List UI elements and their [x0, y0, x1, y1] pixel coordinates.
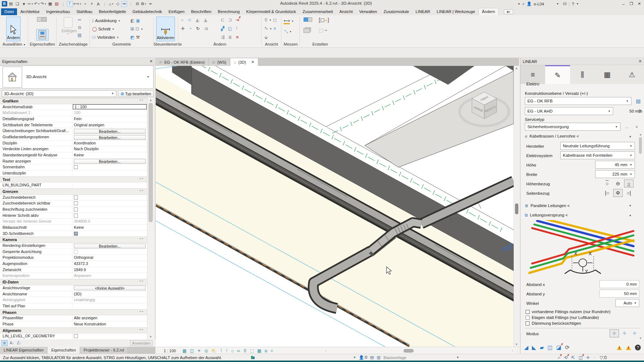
designoption-list-icon[interactable]: ▥ — [377, 355, 380, 360]
tag-icon[interactable]: ⌖ — [89, 1, 95, 7]
section-id-daten[interactable]: ID-Daten⌃⌃ — [0, 279, 147, 285]
activate-controls-button[interactable]: Aktivieren — [156, 17, 175, 41]
revit-logo[interactable]: R — [1, 1, 7, 7]
option-collapse-icon[interactable]: ▼ — [456, 356, 459, 359]
design-option[interactable]: Basisvorlage — [384, 355, 406, 360]
properties-close-icon[interactable]: ✕ — [150, 59, 153, 64]
reveal-hidden-icon[interactable]: ⬚ — [250, 348, 254, 353]
text-icon[interactable]: A — [95, 1, 101, 7]
ribbon-tab-ingenieurbau[interactable]: Ingenieurbau — [43, 8, 73, 15]
create-parts-icon[interactable]: ⬚⇢ — [319, 28, 327, 33]
section-grenzen[interactable]: Grenzen⌃⌃ — [0, 189, 147, 195]
seitenbezug-left-icon[interactable]: |○ — [602, 189, 612, 197]
ribbon-tab-k-rpermodell-grundst-ck[interactable]: Körpermodell & Grundstück — [243, 8, 299, 15]
ribbon-tab-einf-gen[interactable]: Einfügen — [165, 8, 188, 15]
ribbon-tab-betonfertigteile[interactable]: Betonfertigteile — [96, 8, 129, 15]
palette-tab-linear-eigenschaften[interactable]: LINEAR Eigenschaften — [0, 347, 47, 354]
lock-view-icon[interactable]: ⌂ — [231, 348, 234, 353]
palette-tab-eigenschaften[interactable]: Eigenschaften — [47, 347, 80, 354]
select-face-icon[interactable]: ◫ — [578, 355, 582, 360]
view-tab-close-icon[interactable]: ✕ — [251, 60, 254, 64]
worksharing-icon[interactable] — [251, 355, 255, 360]
user-dropdown-icon[interactable]: ▼ — [556, 3, 559, 5]
aligned-dim-icon[interactable]: ⌁ — [82, 1, 88, 7]
minimize-button[interactable]: – — [619, 2, 627, 6]
linear-tab-calculator-icon[interactable]: ▦ — [595, 65, 619, 84]
check-fittings[interactable]: vorhandene Fittings nutzen (nur Rundrohr… — [526, 309, 610, 314]
winkel-dropdown[interactable]: Auto▼ — [615, 299, 639, 307]
workset-list-icon[interactable]: ▤ — [370, 355, 374, 360]
select-underlay-icon[interactable]: ⟲ — [564, 355, 568, 360]
linear-help-icon[interactable]: ? — [635, 345, 641, 350]
cart-icon[interactable]: ⛁ — [563, 1, 566, 6]
crop-region-icon[interactable]: ⌗ — [271, 348, 273, 353]
pick-height-icon[interactable]: ⇳ — [635, 107, 644, 115]
visual-style-icon[interactable]: ◫ — [190, 348, 194, 353]
ribbon-tab-zusatzmodule[interactable]: Zusatzmodule — [380, 8, 412, 15]
ribbon-tab-stahlbau[interactable]: Stahlbau — [73, 8, 96, 15]
check-daemmung[interactable]: Dämmung berücksichtigen — [526, 321, 581, 326]
selector-dropdown-icon[interactable]: ▼ — [147, 75, 150, 79]
search-icon[interactable]: ⌕ — [522, 1, 524, 6]
hersteller-dropdown[interactable]: Neutrale Leitungsführung▼ — [560, 142, 635, 150]
sun-icon[interactable]: ☀ — [197, 348, 201, 353]
servicetype-more-button[interactable]: … — [623, 123, 631, 131]
level-bottom-dropdown[interactable]: EG - UK AHD▼ — [525, 107, 613, 115]
thin-lines-icon[interactable]: ≔ — [121, 1, 127, 7]
sort-default-icon[interactable]: ≣ — [1, 340, 8, 346]
copy-icon[interactable]: ⧉ — [78, 25, 81, 30]
select-link-icon[interactable]: ⌐ — [558, 355, 560, 360]
breite-dropdown[interactable]: 225 mm▼ — [595, 170, 635, 178]
switch-windows-icon[interactable]: ⧉▼ — [141, 1, 147, 7]
servicetype-dropdown[interactable]: Sicherheitsversorgung▼ — [525, 123, 620, 131]
section-allgemein[interactable]: Allgemein⌃⌃ — [0, 328, 147, 334]
paste-button[interactable]: Einfügen ▼ — [62, 17, 75, 39]
seitenbezug-right-icon[interactable]: ○| — [624, 189, 633, 197]
crop-off-icon[interactable]: ⊺ — [220, 348, 222, 353]
ribbon-tab-architektur[interactable]: Architektur — [17, 8, 43, 15]
modus-1-icon[interactable]: ⛗ — [610, 329, 619, 337]
hoehe-dropdown[interactable]: 45 mm▼ — [595, 161, 635, 169]
type-dropdown[interactable]: 3D-Ansicht: {3D}▼ — [2, 90, 116, 97]
create-assembly-icon[interactable] — [304, 28, 310, 33]
linear-scrollbar[interactable]: ▲ ▼ — [638, 133, 643, 340]
tool-tray-icon[interactable]: ▰ — [540, 344, 544, 351]
back-arrow-icon[interactable]: ◄ — [517, 2, 520, 5]
redo-icon[interactable]: ↷▼ — [41, 1, 46, 7]
detail-level-icon[interactable]: ▩ — [183, 348, 187, 353]
sort-za-icon[interactable]: Z↓ — [16, 340, 22, 346]
level-icon[interactable]: ▤ — [633, 97, 643, 105]
servicetype-collapse[interactable]: < — [633, 123, 640, 131]
crop-icon[interactable]: ⊺ — [226, 348, 228, 353]
section-versprung[interactable]: ⧉ Leitungsversprung < ▲ — [525, 211, 632, 219]
warning-error-icon[interactable]: ! — [626, 345, 631, 350]
close-hidden-icon[interactable]: ⊟ — [134, 1, 140, 7]
rendering-icon[interactable]: ⛅ — [212, 348, 217, 353]
ribbon-collapse-button[interactable]: ▣▾ — [504, 9, 513, 14]
ribbon-tab-zusammenarbeit[interactable]: Zusammenarbeit — [299, 8, 336, 15]
user-icon[interactable]: 👤 — [527, 1, 532, 6]
ribbon-tab-linear-werkzeuge[interactable]: LINEAR | Werkzeuge — [434, 8, 478, 15]
section-icon[interactable]: ◇ — [115, 1, 121, 7]
select-pinned-icon[interactable]: ⇱ — [571, 355, 575, 360]
view-tab-eg-ok-rfb-elektro-[interactable]: ▱EG - OK RFB (Elektro) — [156, 58, 209, 66]
ribbon-tab-verwalten[interactable]: Verwalten — [356, 8, 380, 15]
maximize-button[interactable]: ❐ — [627, 1, 635, 6]
section-grafiken[interactable]: Grafiken⌃⌃ — [0, 98, 147, 104]
view-horizontal-scrollbar[interactable]: ‹ › ⁚ — [325, 347, 519, 354]
create-group-icon[interactable] — [304, 17, 312, 22]
create-similar-icon[interactable]: [◻✦] — [319, 17, 329, 23]
seitenbezug-mid-icon[interactable]: Φ — [613, 189, 623, 197]
user-name[interactable]: e-L04 — [534, 2, 544, 6]
help-dropdown-icon[interactable]: ▼ — [576, 3, 579, 5]
glasses-icon[interactable]: ∞ — [237, 348, 240, 353]
pin-icon[interactable]: ⊺ — [67, 1, 73, 7]
properties-scrollbar[interactable]: ▲ ▼ — [147, 98, 154, 339]
close-button[interactable]: ✕ — [635, 1, 643, 6]
home-icon[interactable]: ⌂▼ — [108, 1, 114, 7]
hoehenbezug-top-icon[interactable]: ○ — [602, 180, 612, 188]
help-icon[interactable]: ? — [572, 2, 574, 6]
tool-delete-icon[interactable]: ◪ — [556, 344, 561, 351]
sync-icon[interactable]: ∾▼ — [28, 1, 33, 7]
dashed-circle-icon[interactable]: ◌ — [594, 355, 596, 360]
